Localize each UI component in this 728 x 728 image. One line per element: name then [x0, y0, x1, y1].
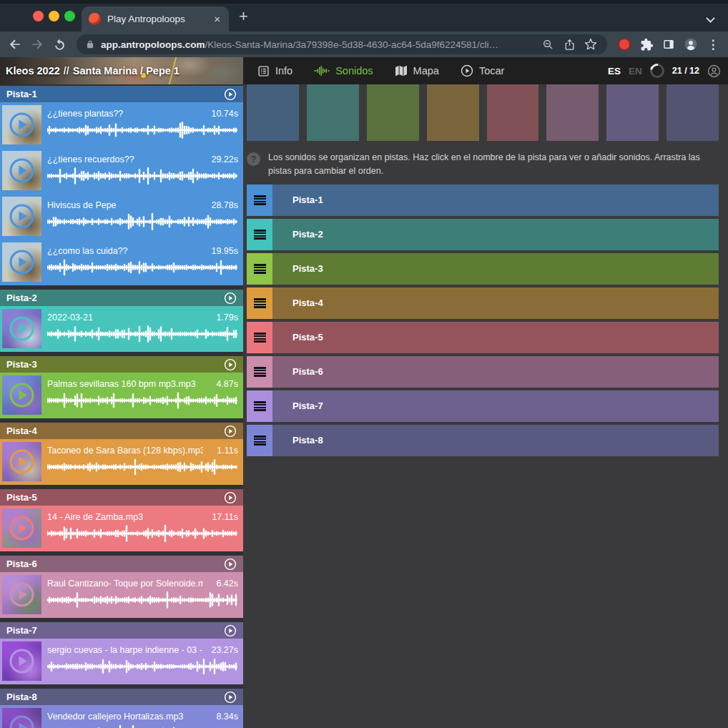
account-icon[interactable] — [707, 64, 721, 78]
clip-play-icon[interactable] — [9, 448, 35, 475]
clip-play-icon[interactable] — [9, 581, 35, 608]
audio-clip[interactable]: ¿¿como las cuida?? 19.95s — [0, 240, 243, 285]
close-window-button[interactable] — [33, 11, 44, 21]
tab-search-chevron-icon[interactable] — [706, 13, 715, 26]
drag-handle[interactable] — [247, 287, 272, 319]
sidebar-track-header[interactable]: Pista-7 — [0, 622, 243, 639]
audio-clip[interactable]: Raul Cantizano- Toque por Solenoide.mp3 … — [0, 572, 243, 618]
track-color-swatch[interactable] — [307, 84, 359, 141]
zoom-out-page-icon[interactable] — [540, 36, 556, 52]
drag-handle[interactable] — [247, 219, 272, 250]
track-color-swatch[interactable] — [247, 84, 299, 141]
browser-menu-kebab-icon[interactable]: ⋮ — [705, 36, 721, 52]
drag-handle[interactable] — [247, 390, 272, 422]
track-color-swatch[interactable] — [427, 84, 479, 141]
track-row-body[interactable]: Pista-6 — [272, 356, 719, 388]
sidebar-track-header[interactable]: Pista-3 — [0, 356, 243, 373]
audio-clip[interactable]: 2022-03-21 1.79s — [0, 306, 243, 352]
clip-thumbnail[interactable] — [2, 508, 41, 548]
track-color-swatch[interactable] — [546, 84, 599, 141]
sidebar-track-header[interactable]: Pista-5 — [0, 489, 243, 506]
audio-clip[interactable]: Hiviscus de Pepe 28.78s — [0, 194, 243, 240]
clip-play-icon[interactable] — [9, 112, 35, 138]
clip-play-icon[interactable] — [9, 315, 35, 342]
forward-button[interactable] — [29, 36, 45, 52]
clip-play-icon[interactable] — [9, 648, 35, 674]
track-row[interactable]: Pista-4 — [247, 287, 719, 319]
track-play-icon[interactable] — [224, 88, 237, 101]
track-row-body[interactable]: Pista-8 — [272, 425, 719, 456]
clip-play-icon[interactable] — [9, 203, 35, 230]
track-row-body[interactable]: Pista-3 — [272, 253, 719, 285]
audio-clip[interactable]: sergio cuevas - la harpe indienne - 03 -… — [0, 639, 243, 684]
profile-avatar[interactable] — [683, 36, 699, 52]
sidebar-track-header[interactable]: Pista-2 — [0, 290, 243, 306]
clip-thumbnail[interactable] — [2, 641, 41, 681]
clip-thumbnail[interactable] — [2, 575, 41, 614]
clip-thumbnail[interactable] — [2, 105, 41, 144]
track-color-swatch[interactable] — [367, 84, 419, 141]
drag-handle[interactable] — [247, 356, 272, 388]
lang-es-button[interactable]: ES — [608, 66, 621, 77]
audio-clip[interactable]: Vendedor callejero Hortalizas.mp3 8.34s — [0, 705, 243, 728]
url-bar[interactable]: app.antropoloops.com/Kleos-Santa-Marina/… — [77, 34, 607, 54]
clip-play-icon[interactable] — [9, 157, 35, 184]
clip-play-icon[interactable] — [9, 714, 35, 728]
bookmark-star-icon[interactable] — [583, 36, 599, 52]
track-play-icon[interactable] — [224, 292, 237, 305]
record-extension-icon[interactable] — [616, 36, 632, 52]
nav-item-sonidos[interactable]: Sonidos — [314, 65, 373, 77]
clip-thumbnail[interactable] — [2, 309, 41, 348]
track-play-icon[interactable] — [224, 358, 237, 371]
sidebar-track-header[interactable]: Pista-4 — [0, 423, 243, 439]
extensions-puzzle-icon[interactable] — [639, 36, 654, 52]
track-color-swatch[interactable] — [487, 84, 539, 141]
drag-handle[interactable] — [247, 253, 272, 285]
sidebar-track-header[interactable]: Pista-1 — [0, 86, 243, 102]
zoom-window-button[interactable] — [64, 11, 75, 21]
lock-icon[interactable] — [85, 39, 95, 49]
track-row-body[interactable]: Pista-4 — [272, 287, 719, 319]
back-button[interactable] — [7, 36, 23, 52]
audio-clip[interactable]: ¿¿tienes plantas?? 10.74s — [0, 102, 243, 148]
track-play-icon[interactable] — [224, 425, 237, 438]
track-row-body[interactable]: Pista-7 — [272, 390, 719, 422]
audio-clip[interactable]: 14 - Aire de Zamba.mp3 17.11s — [0, 506, 243, 551]
reload-button[interactable] — [51, 36, 67, 52]
track-row-body[interactable]: Pista-2 — [272, 219, 719, 250]
track-play-icon[interactable] — [224, 624, 237, 637]
clip-play-icon[interactable] — [9, 382, 35, 408]
audio-clip[interactable]: Palmas sevillanas 160 bpm mp3.mp3 4.87s — [0, 373, 243, 418]
clip-thumbnail[interactable] — [2, 197, 41, 236]
drag-handle[interactable] — [247, 185, 272, 216]
track-play-icon[interactable] — [224, 558, 237, 571]
side-panel-icon[interactable] — [661, 36, 677, 52]
track-row[interactable]: Pista-6 — [247, 356, 719, 388]
track-row[interactable]: Pista-8 — [247, 425, 719, 456]
clip-play-icon[interactable] — [9, 249, 35, 275]
minimize-window-button[interactable] — [49, 11, 59, 21]
track-row[interactable]: Pista-5 — [247, 322, 719, 353]
track-play-icon[interactable] — [224, 691, 237, 704]
tab-close-icon[interactable]: × — [212, 13, 222, 25]
track-color-swatch[interactable] — [606, 84, 659, 141]
share-icon[interactable] — [561, 36, 577, 52]
new-tab-button[interactable]: + — [239, 9, 248, 24]
clip-thumbnail[interactable] — [2, 708, 41, 728]
audio-clip[interactable]: ¿¿tienes recuerdos?? 29.22s — [0, 148, 243, 194]
browser-tab[interactable]: Play Antropoloops × — [82, 6, 229, 31]
sidebar-track-header[interactable]: Pista-8 — [0, 689, 243, 705]
audio-clip[interactable]: Taconeo de Sara Baras (128 kbps).mp3 1.1… — [0, 439, 243, 485]
clip-thumbnail[interactable] — [2, 442, 41, 481]
track-row[interactable]: Pista-2 — [247, 219, 719, 250]
clip-thumbnail[interactable] — [2, 151, 41, 190]
track-row-body[interactable]: Pista-1 — [272, 185, 719, 216]
nav-item-tocar[interactable]: Tocar — [461, 64, 504, 77]
nav-item-mapa[interactable]: Mapa — [395, 65, 439, 77]
track-row[interactable]: Pista-1 — [247, 185, 719, 216]
track-row-body[interactable]: Pista-5 — [272, 322, 719, 353]
track-play-icon[interactable] — [224, 491, 237, 504]
sidebar-track-header[interactable]: Pista-6 — [0, 556, 243, 572]
track-row[interactable]: Pista-7 — [247, 390, 719, 422]
drag-handle[interactable] — [247, 425, 272, 456]
